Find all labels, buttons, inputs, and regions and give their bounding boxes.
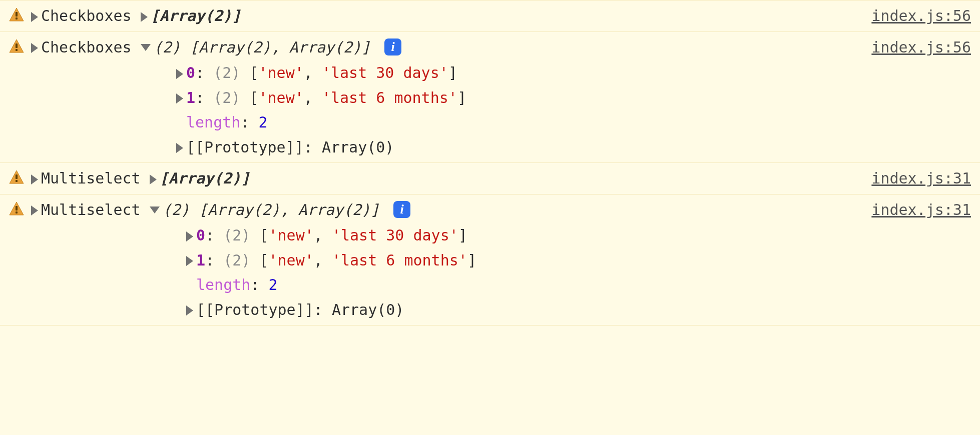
- string-value: 'last 30 days': [332, 226, 458, 244]
- console-row: Multiselect [Array(2)] index.js:31: [0, 162, 980, 194]
- array-toggle[interactable]: [Array(2)]: [150, 166, 250, 191]
- array-count: (2): [154, 38, 181, 56]
- chevron-right-icon: [186, 232, 193, 242]
- source-link[interactable]: index.js:31: [851, 166, 971, 191]
- length-value: 2: [259, 114, 268, 131]
- console-message: Checkboxes (2) [Array(2), Array(2)] i 0:…: [31, 35, 851, 160]
- svg-rect-8: [16, 180, 18, 182]
- chevron-right-icon: [176, 94, 183, 104]
- index-key: 1: [186, 89, 195, 106]
- item-count: (2): [213, 64, 240, 82]
- object-toggle[interactable]: Multiselect: [31, 166, 141, 191]
- svg-rect-7: [16, 174, 18, 179]
- warning-icon: [9, 170, 24, 184]
- index-key: 1: [196, 252, 205, 269]
- chevron-right-icon: [141, 12, 148, 22]
- array-summary: [Array(2)]: [160, 170, 250, 187]
- array-toggle[interactable]: [Array(2)]: [141, 4, 241, 28]
- info-icon[interactable]: i: [384, 38, 401, 56]
- length-row: length: 2: [186, 272, 851, 298]
- warning-icon: [9, 202, 24, 216]
- string-value: 'last 30 days': [322, 64, 448, 82]
- string-value: 'new': [259, 64, 304, 82]
- svg-rect-11: [16, 212, 18, 214]
- chevron-right-icon: [31, 206, 38, 216]
- array-index-row[interactable]: 0: (2) ['new', 'last 30 days']: [186, 223, 851, 248]
- svg-rect-2: [16, 18, 18, 20]
- log-label: Multiselect: [41, 201, 141, 218]
- string-value: 'last 6 months': [322, 89, 457, 106]
- svg-rect-5: [16, 49, 18, 51]
- svg-rect-4: [16, 44, 18, 48]
- console-message: Checkboxes [Array(2)]: [31, 4, 851, 28]
- warning-icon: [9, 8, 24, 22]
- chevron-right-icon: [31, 174, 38, 184]
- log-label: Multiselect: [41, 170, 141, 187]
- chevron-right-icon: [150, 174, 157, 184]
- array-summary: [Array(2), Array(2)]: [190, 38, 370, 56]
- chevron-right-icon: [186, 256, 193, 266]
- prototype-row[interactable]: [[Prototype]]: Array(0): [176, 135, 851, 160]
- console-message: Multiselect [Array(2)]: [31, 166, 851, 191]
- length-value: 2: [269, 276, 278, 294]
- chevron-down-icon: [141, 44, 151, 51]
- array-toggle[interactable]: (2) [Array(2), Array(2)] i: [150, 198, 411, 222]
- array-count: (2): [163, 201, 190, 218]
- console-row: Checkboxes [Array(2)] index.js:56: [0, 0, 980, 32]
- object-toggle[interactable]: Checkboxes: [31, 4, 132, 28]
- log-label: Checkboxes: [41, 38, 132, 56]
- source-link[interactable]: index.js:31: [851, 198, 971, 222]
- prototype-value: Array(0): [332, 301, 404, 318]
- chevron-right-icon: [176, 69, 183, 79]
- object-toggle[interactable]: Checkboxes: [31, 35, 132, 60]
- expanded-children: 0: (2) ['new', 'last 30 days'] 1: (2) ['…: [186, 223, 851, 322]
- chevron-right-icon: [176, 143, 183, 153]
- prototype-value: Array(0): [322, 138, 394, 156]
- prototype-label: [[Prototype]]: [196, 301, 314, 318]
- svg-rect-1: [16, 12, 18, 16]
- array-index-row[interactable]: 1: (2) ['new', 'last 6 months']: [186, 248, 851, 273]
- index-key: 0: [186, 64, 195, 82]
- string-value: 'new': [259, 89, 304, 106]
- warning-icon: [9, 39, 24, 53]
- prototype-label: [[Prototype]]: [186, 138, 304, 156]
- item-count: (2): [213, 89, 240, 106]
- prototype-row[interactable]: [[Prototype]]: Array(0): [186, 298, 851, 322]
- source-link[interactable]: index.js:56: [851, 35, 971, 60]
- length-row: length: 2: [176, 110, 851, 135]
- chevron-right-icon: [31, 43, 38, 53]
- source-link[interactable]: index.js:56: [851, 4, 971, 28]
- array-summary: [Array(2), Array(2)]: [199, 201, 379, 218]
- chevron-right-icon: [186, 306, 193, 316]
- string-value: 'new': [269, 226, 314, 244]
- array-index-row[interactable]: 1: (2) ['new', 'last 6 months']: [176, 86, 851, 110]
- string-value: 'new': [269, 252, 314, 269]
- array-index-row[interactable]: 0: (2) ['new', 'last 30 days']: [176, 60, 851, 86]
- svg-rect-10: [16, 206, 18, 210]
- chevron-down-icon: [150, 206, 160, 214]
- index-key: 0: [196, 226, 205, 244]
- array-toggle[interactable]: (2) [Array(2), Array(2)] i: [141, 35, 402, 60]
- console-row: Multiselect (2) [Array(2), Array(2)] i 0…: [0, 194, 980, 326]
- item-count: (2): [223, 252, 250, 269]
- length-label: length: [186, 114, 240, 131]
- console-row: Checkboxes (2) [Array(2), Array(2)] i 0:…: [0, 32, 980, 164]
- info-icon[interactable]: i: [393, 201, 410, 218]
- log-label: Checkboxes: [41, 7, 132, 24]
- item-count: (2): [223, 226, 250, 244]
- expanded-children: 0: (2) ['new', 'last 30 days'] 1: (2) ['…: [176, 60, 851, 160]
- array-summary: [Array(2)]: [151, 7, 241, 24]
- object-toggle[interactable]: Multiselect: [31, 198, 141, 222]
- chevron-right-icon: [31, 12, 38, 22]
- console-message: Multiselect (2) [Array(2), Array(2)] i 0…: [31, 198, 851, 322]
- length-label: length: [196, 276, 250, 294]
- string-value: 'last 6 months': [332, 252, 467, 269]
